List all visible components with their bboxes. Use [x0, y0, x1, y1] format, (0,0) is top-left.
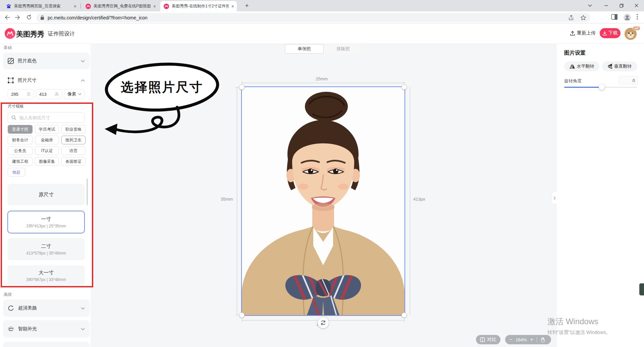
template-original-size[interactable]: 原尺寸: [7, 184, 85, 205]
template-large-one-inch[interactable]: 大一寸 390*567px | 33*48mm: [7, 265, 85, 286]
size-frame-icon: [8, 77, 14, 83]
omnibox[interactable]: pc.meitu.com/design/certified/?from=home…: [36, 13, 590, 22]
rotate-angle-input[interactable]: 0: [619, 76, 638, 85]
zoom-in-button[interactable]: +: [530, 337, 533, 343]
new-tab-button[interactable]: +: [242, 2, 252, 10]
browser-tab-1[interactable]: 美图秀秀网页版_百度搜索 ×: [3, 1, 79, 11]
chip-category[interactable]: 财务会计: [8, 136, 33, 144]
resize-handle-tr[interactable]: [401, 84, 407, 90]
view-mode-toggle: 单张照 排版照: [285, 44, 363, 54]
rotate-angle-slider[interactable]: [564, 87, 637, 88]
window-close-button[interactable]: [629, 0, 644, 11]
compare-label: 对比: [487, 337, 496, 343]
download-label: 下载: [608, 30, 618, 36]
slider-thumb[interactable]: [599, 84, 605, 90]
panel-collapse-handle[interactable]: [551, 192, 557, 204]
rotate-handle[interactable]: [318, 317, 329, 328]
dimension-label-right: 413px: [413, 197, 425, 202]
height-input[interactable]: 413 高: [36, 89, 62, 99]
pan-hand-icon[interactable]: [540, 337, 545, 342]
chip-category[interactable]: 学历考试: [35, 125, 59, 134]
window-minimize-button[interactable]: [598, 0, 614, 11]
reupload-label: 重新上传: [577, 30, 596, 36]
measure-tick: [404, 319, 405, 322]
flip-vertical-button[interactable]: 垂直翻转: [602, 61, 637, 71]
card-smart-light[interactable]: 智能补光: [3, 320, 90, 338]
tab-layout-photo[interactable]: 排版照: [324, 44, 363, 54]
chip-category[interactable]: 语言: [61, 146, 86, 155]
back-icon[interactable]: [4, 14, 10, 20]
template-two-inch[interactable]: 二寸 413*579px | 35*49mm: [7, 238, 85, 260]
meitu-logo[interactable]: [5, 28, 15, 39]
chip-category[interactable]: 医药卫生: [61, 136, 86, 144]
flip-horizontal-button[interactable]: 水平翻转: [564, 61, 599, 71]
measure-line-top: [242, 83, 405, 83]
chip-category[interactable]: 公务员: [8, 146, 33, 155]
template-name: 一寸: [41, 216, 51, 222]
template-spec: 390*567px | 33*48mm: [26, 277, 66, 282]
rotate-angle-value: 0: [633, 78, 635, 83]
zoom-level[interactable]: 164%: [516, 337, 527, 342]
unit-select[interactable]: 像素: [64, 89, 85, 99]
chevron-down-icon: [78, 93, 82, 95]
reupload-button[interactable]: 重新上传: [570, 30, 596, 36]
flip-horizontal-icon: [570, 64, 575, 69]
id-photo[interactable]: [242, 87, 405, 315]
window-restore-button[interactable]: [614, 0, 629, 11]
resize-handle-tl[interactable]: [239, 84, 245, 90]
sidebar-scrollbar[interactable]: [87, 179, 88, 205]
search-input[interactable]: [19, 115, 74, 121]
chip-category[interactable]: 金融类: [35, 136, 59, 144]
resize-handle-br[interactable]: [401, 313, 407, 318]
browser-menu-dots-icon[interactable]: [637, 14, 638, 20]
card-partial: [3, 342, 90, 347]
portrait-illustration: [242, 87, 405, 315]
chip-category[interactable]: 建筑工程: [8, 157, 33, 166]
card-label: 照片尺寸: [18, 77, 77, 83]
card-photo-background[interactable]: 照片底色: [3, 53, 90, 69]
resize-handle-bl[interactable]: [239, 313, 245, 318]
tab-single-photo[interactable]: 单张照: [285, 44, 324, 54]
measure-tick: [242, 81, 242, 84]
height-suffix: 高: [55, 91, 59, 97]
chip-category[interactable]: 职业资格: [61, 125, 86, 134]
width-input[interactable]: 295 宽: [8, 89, 34, 99]
panel-title: 图片设置: [564, 50, 586, 57]
lock-icon: [40, 15, 44, 20]
compare-button[interactable]: 对比: [476, 335, 500, 344]
card-photo-size-header[interactable]: 照片尺寸: [3, 74, 90, 86]
share-icon[interactable]: [568, 15, 574, 20]
side-panel-icon[interactable]: [611, 14, 618, 20]
browser-tab-3-active[interactable]: 美图秀秀-在线制作1寸2寸证件照 ×: [160, 1, 237, 11]
brand-title[interactable]: 美图秀秀: [16, 29, 44, 39]
download-button[interactable]: 下载: [600, 28, 621, 38]
card-beauty[interactable]: 超清美颜: [3, 299, 90, 317]
chevron-down-icon: [81, 307, 85, 309]
tab-close-icon[interactable]: ×: [153, 4, 156, 9]
forward-icon[interactable]: [15, 14, 21, 20]
template-search[interactable]: [8, 112, 85, 123]
collapse-chips-button[interactable]: 收起: [8, 168, 25, 177]
template-spec: 295*413px | 25*35mm: [26, 224, 66, 228]
window-chevron-button[interactable]: [582, 0, 598, 11]
chip-category[interactable]: IT认证: [35, 146, 59, 155]
bookmark-star-icon[interactable]: [580, 15, 586, 21]
reload-icon[interactable]: [26, 14, 32, 20]
chip-category[interactable]: 图像采集: [35, 157, 59, 166]
chip-category[interactable]: 普通寸照: [8, 125, 33, 134]
template-one-inch-selected[interactable]: 一寸 295*413px | 25*35mm: [7, 211, 85, 233]
flip-horizontal-label: 水平翻转: [577, 63, 594, 69]
browser-profile-avatar[interactable]: [623, 13, 631, 21]
chip-category[interactable]: 各国签证: [61, 157, 86, 166]
section-advanced-label: 高级: [4, 292, 12, 297]
browser-tab-2[interactable]: 美图秀秀官网_免费在线P图抠图 ×: [82, 1, 159, 11]
edge-widget-tab[interactable]: [639, 283, 644, 295]
tab-close-icon[interactable]: ×: [74, 4, 76, 9]
template-name: 二寸: [41, 243, 51, 250]
chevron-down-icon: [81, 328, 85, 330]
card-label: 智能补光: [18, 326, 77, 332]
zoom-out-button[interactable]: −: [509, 337, 512, 343]
baidu-favicon: [6, 4, 11, 9]
tab-close-icon[interactable]: ×: [231, 4, 234, 9]
tab-title: 美图秀秀网页版_百度搜索: [14, 3, 71, 9]
